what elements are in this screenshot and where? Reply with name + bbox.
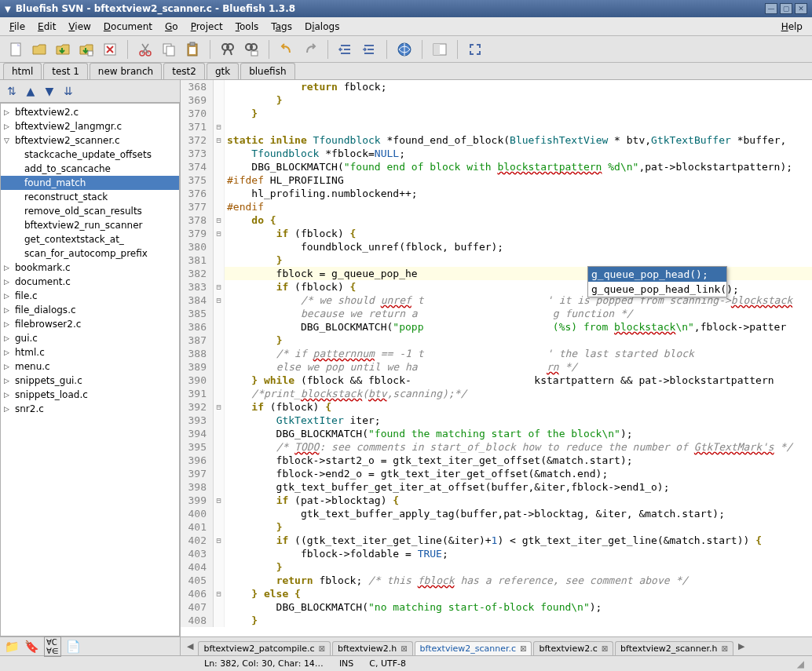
code-text[interactable]: fblock->foldable = TRUE;: [225, 547, 448, 560]
code-text[interactable]: gtk_text_buffer_get_iter_at_offset(buffe…: [225, 480, 670, 494]
code-line[interactable]: 378⊟ do {: [181, 213, 812, 227]
close-tab-icon[interactable]: ⊠: [722, 644, 728, 653]
code-text[interactable]: }: [225, 93, 282, 107]
code-text[interactable]: if ((gtk_text_iter_get_line(&iter)+1) < …: [225, 534, 762, 547]
sidebar-arrow-both-icon[interactable]: ⇅: [5, 85, 19, 97]
code-line[interactable]: 368 return fblock;: [181, 80, 812, 93]
tree-file[interactable]: ▷filebrowser2.c: [1, 317, 179, 331]
save-file-button[interactable]: [52, 39, 74, 60]
function-tree[interactable]: ▷bftextview2.c▷bftextview2_langmgr.c▽bft…: [0, 103, 180, 636]
menu-file[interactable]: File: [3, 19, 31, 35]
tree-file[interactable]: ▷snr2.c: [1, 402, 179, 416]
code-line[interactable]: 380 foundblock_unref(fblock, buffer);: [181, 240, 812, 253]
tree-function[interactable]: reconstruct_stack: [1, 190, 179, 204]
tree-file[interactable]: ▷bftextview2.c: [1, 105, 179, 119]
code-text[interactable]: }: [225, 334, 282, 347]
new-file-button[interactable]: [5, 39, 27, 60]
code-text[interactable]: /* TODO: see comments in start_of_block …: [225, 440, 792, 454]
code-line[interactable]: 390 } while (fblock && fblock- kstartpat…: [181, 374, 812, 387]
code-text[interactable]: fblock->end2_o = gtk_text_iter_get_offse…: [225, 467, 608, 480]
minimize-button[interactable]: —: [765, 3, 777, 14]
close-tab-icon[interactable]: ⊠: [319, 644, 325, 653]
code-text[interactable]: DBG_BLOCKMATCH("found end of block with …: [225, 160, 792, 173]
fold-marker[interactable]: ⊟: [214, 120, 225, 133]
code-text[interactable]: Tfoundblock *fblock=NULL;: [225, 147, 405, 160]
sidebar-arrow-down-icon[interactable]: ▼: [42, 85, 57, 97]
menu-tools[interactable]: Tools: [229, 19, 265, 35]
indent-button[interactable]: [358, 39, 380, 60]
copy-button[interactable]: [158, 39, 180, 60]
maximize-button[interactable]: ▢: [780, 3, 792, 14]
doctype-tab[interactable]: html: [3, 63, 42, 79]
close-file-button[interactable]: [99, 39, 121, 60]
code-line[interactable]: 406⊟ } else {: [181, 587, 812, 600]
code-line[interactable]: 376 hl_profiling.numblockend++;: [181, 187, 812, 200]
code-text[interactable]: #ifdef HL_PROFILING: [225, 173, 344, 187]
code-line[interactable]: 381 }: [181, 253, 812, 267]
sidebar-arrow-up-icon[interactable]: ▲: [24, 85, 38, 97]
code-line[interactable]: 405 return fblock; /* this fblock has a …: [181, 574, 812, 587]
code-text[interactable]: /* if patternnum == -1 t ' the last star…: [225, 347, 694, 360]
folder-icon[interactable]: 📁: [5, 640, 20, 654]
code-line[interactable]: 401 }: [181, 520, 812, 534]
code-line[interactable]: 393 GtkTextIter iter;: [181, 414, 812, 427]
chevron-right-icon[interactable]: ▷: [4, 363, 12, 370]
unindent-button[interactable]: [335, 39, 357, 60]
code-text[interactable]: if (fblock) {: [225, 280, 356, 294]
for-all-icon[interactable]: ∀C∀∈: [44, 636, 61, 657]
tree-function[interactable]: stackcache_update_offsets: [1, 148, 179, 162]
chevron-right-icon[interactable]: ▷: [4, 348, 12, 356]
code-text[interactable]: if (fblock) {: [225, 400, 331, 414]
code-line[interactable]: 388 /* if patternnum == -1 t ' the last …: [181, 347, 812, 360]
chevron-right-icon[interactable]: ▷: [4, 391, 12, 399]
chevron-down-icon[interactable]: ▽: [4, 137, 12, 144]
menu-dialogs[interactable]: Dialogs: [298, 19, 346, 35]
fold-marker[interactable]: ⊟: [214, 227, 225, 240]
code-text[interactable]: return fblock;: [225, 80, 387, 93]
close-tab-icon[interactable]: ⊠: [401, 644, 407, 653]
fold-marker[interactable]: ⊟: [214, 133, 225, 147]
chevron-right-icon[interactable]: ▷: [4, 108, 12, 116]
menu-tags[interactable]: Tags: [265, 19, 298, 35]
redo-button[interactable]: [299, 39, 321, 60]
browser-preview-button[interactable]: [393, 39, 415, 60]
tree-file[interactable]: ▽bftextview2_scanner.c: [1, 133, 179, 148]
open-file-button[interactable]: [28, 39, 50, 60]
code-line[interactable]: 407 DBG_BLOCKMATCH("no matching start-of…: [181, 600, 812, 614]
tree-function[interactable]: found_match: [1, 176, 179, 190]
undo-button[interactable]: [276, 39, 298, 60]
code-text[interactable]: DBG_BLOCKMATCH("no matching start-of-blo…: [225, 600, 602, 614]
doctype-tab[interactable]: test2: [163, 63, 205, 79]
autocomplete-item[interactable]: g_queue_pop_head();: [588, 267, 726, 282]
code-text[interactable]: }: [225, 560, 282, 574]
code-line[interactable]: 389 else we pop until we ha rn */: [181, 360, 812, 374]
code-line[interactable]: 387 }: [181, 334, 812, 347]
tree-file[interactable]: ▷snippets_load.c: [1, 388, 179, 402]
code-text[interactable]: DBG_BLOCKMATCH("found the matching start…: [225, 427, 633, 440]
code-text[interactable]: }: [225, 520, 282, 534]
save-as-button[interactable]: [75, 39, 97, 60]
file-tab[interactable]: bftextview2.h⊠: [332, 641, 413, 655]
code-line[interactable]: 408 }: [181, 614, 812, 627]
menu-project[interactable]: Project: [185, 19, 229, 35]
code-text[interactable]: do {: [225, 213, 276, 227]
tab-prev-button[interactable]: ◀: [184, 641, 196, 651]
code-text[interactable]: return fblock; /* this fblock has a refe…: [225, 574, 688, 587]
tree-file[interactable]: ▷bookmark.c: [1, 261, 179, 275]
bookmark-icon[interactable]: 🔖: [24, 640, 39, 654]
doctype-tab[interactable]: gtk: [207, 63, 239, 79]
close-tab-icon[interactable]: ⊠: [520, 644, 526, 653]
tree-function[interactable]: scan_for_autocomp_prefix: [1, 246, 179, 261]
code-line[interactable]: 400 gtk_text_buffer_apply_tag(buffer,pat…: [181, 507, 812, 520]
menu-document[interactable]: Document: [97, 19, 159, 35]
code-line[interactable]: 403 fblock->foldable = TRUE;: [181, 547, 812, 560]
fullscreen-button[interactable]: [464, 39, 486, 60]
find-button[interactable]: [217, 39, 239, 60]
file-tab[interactable]: bftextview2_patcompile.c⊠: [198, 641, 331, 655]
code-text[interactable]: static inline Tfoundblock *found_end_of_…: [225, 133, 786, 147]
tree-file[interactable]: ▷gui.c: [1, 331, 179, 345]
code-area[interactable]: 368 return fblock;369 }370 }371⊟372⊟stat…: [181, 80, 812, 636]
code-line[interactable]: 399⊟ if (pat->blocktag) {: [181, 494, 812, 507]
code-text[interactable]: /*print_blockstack(btv,scanning);*/: [225, 387, 466, 400]
code-line[interactable]: 391 /*print_blockstack(btv,scanning);*/: [181, 387, 812, 400]
